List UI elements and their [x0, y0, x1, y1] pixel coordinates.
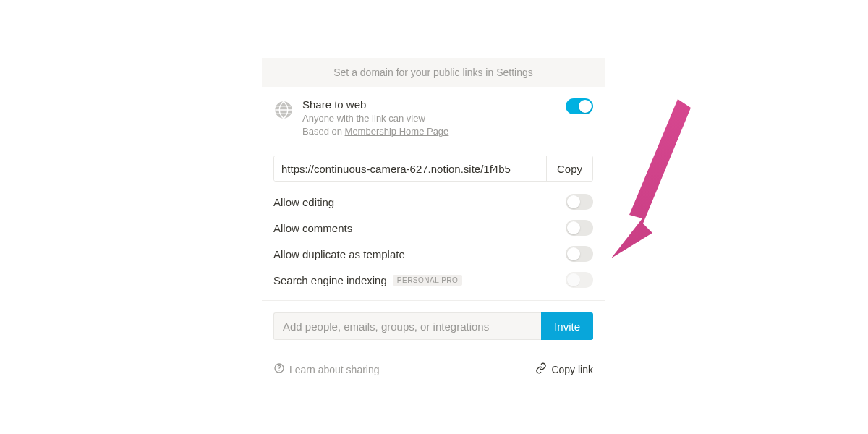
globe-icon: [273, 100, 294, 120]
help-icon: [273, 362, 285, 376]
allow-comments-toggle[interactable]: [566, 220, 593, 236]
option-label: Search engine indexing: [273, 274, 387, 286]
based-prefix: Based on: [302, 126, 345, 137]
share-header: Share to web Anyone with the link can vi…: [273, 98, 593, 138]
allow-duplicate-toggle[interactable]: [566, 246, 593, 262]
copy-link-button[interactable]: Copy link: [535, 362, 593, 376]
domain-banner-text: Set a domain for your public links in: [333, 67, 496, 78]
svg-point-5: [278, 370, 279, 371]
learn-sharing-link[interactable]: Learn about sharing: [273, 362, 380, 376]
share-to-web-toggle[interactable]: [566, 98, 593, 114]
share-title: Share to web: [302, 98, 557, 111]
option-label: Allow duplicate as template: [273, 248, 405, 260]
option-search-indexing: Search engine indexing PERSONAL PRO: [262, 267, 605, 293]
public-url-input[interactable]: [274, 156, 546, 181]
invite-input[interactable]: [273, 312, 541, 340]
allow-editing-toggle[interactable]: [566, 194, 593, 210]
share-to-web-section: Share to web Anyone with the link can vi…: [262, 87, 605, 145]
share-based-on: Based on Membership Home Page: [302, 125, 557, 138]
share-panel: Set a domain for your public links in Se…: [262, 58, 605, 376]
search-indexing-toggle: [566, 272, 593, 288]
option-label: Allow comments: [273, 222, 352, 234]
option-allow-comments: Allow comments: [262, 215, 605, 241]
share-text: Share to web Anyone with the link can vi…: [302, 98, 557, 138]
link-icon: [535, 362, 547, 376]
option-allow-duplicate: Allow duplicate as template: [262, 241, 605, 267]
public-url-row: Copy: [273, 156, 593, 182]
learn-text: Learn about sharing: [289, 364, 380, 375]
option-allow-editing: Allow editing: [262, 189, 605, 215]
copylink-text: Copy link: [551, 364, 593, 375]
divider: [262, 300, 605, 301]
copy-url-button[interactable]: Copy: [546, 156, 592, 181]
footer: Learn about sharing Copy link: [262, 352, 605, 376]
option-label: Allow editing: [273, 196, 334, 208]
invite-button[interactable]: Invite: [541, 312, 593, 340]
personal-pro-badge: PERSONAL PRO: [393, 275, 463, 286]
domain-banner: Set a domain for your public links in Se…: [262, 58, 605, 87]
based-link[interactable]: Membership Home Page: [345, 126, 449, 137]
invite-row: Invite: [273, 312, 593, 340]
share-subtitle: Anyone with the link can view: [302, 112, 557, 125]
annotation-arrow-icon: [611, 92, 698, 268]
settings-link[interactable]: Settings: [496, 67, 533, 78]
